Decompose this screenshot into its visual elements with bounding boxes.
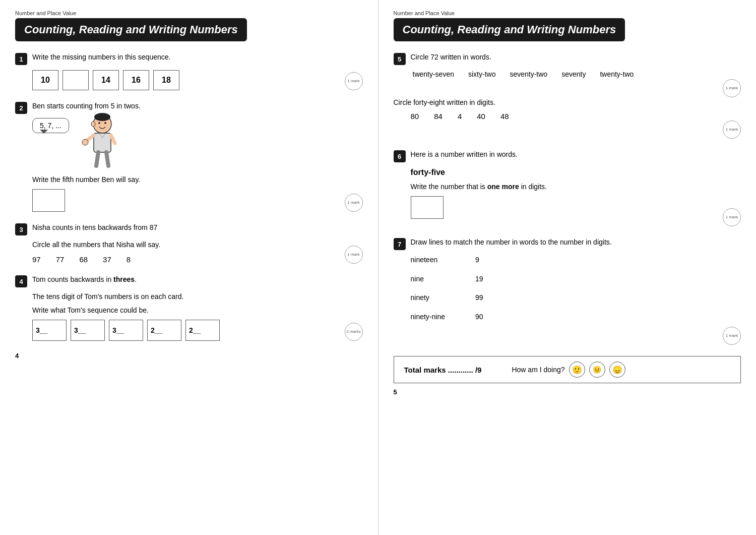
left-category: Number and Place Value xyxy=(15,10,363,16)
card-4[interactable]: 2__ xyxy=(147,320,181,341)
word-item-1: nineteen xyxy=(411,255,446,265)
q3-options: 97 77 68 37 8 xyxy=(32,255,363,264)
question-3: 3 Nisha counts in tens backwards from 87… xyxy=(15,223,363,264)
question-2: 2 Ben starts counting from 5 in twos. 5,… xyxy=(15,101,363,212)
seq-box-2[interactable] xyxy=(62,70,89,90)
question-4: 4 Tom counts backwards in threes. The te… xyxy=(15,275,363,341)
card-1[interactable]: 3__ xyxy=(32,320,67,341)
q3-text: Nisha counts in tens backwards from 87 xyxy=(32,223,363,233)
q1-number: 1 xyxy=(15,53,27,65)
q4-sub1: The tens digit of Tom's numbers is on ea… xyxy=(32,291,363,302)
card-3[interactable]: 3__ xyxy=(109,320,143,341)
speech-bubble: 5, 7, ... xyxy=(32,118,69,133)
svg-point-2 xyxy=(98,122,100,124)
svg-point-4 xyxy=(91,122,95,127)
q5-number: 5 xyxy=(394,53,406,65)
q6-word: forty-five xyxy=(411,166,741,179)
digit-opt-3: 4 xyxy=(458,112,462,121)
right-category: Number and Place Value xyxy=(394,10,741,16)
q1-text: Write the missing numbers in this sequen… xyxy=(32,52,363,63)
word-opt-5[interactable]: twenty-two xyxy=(598,69,636,79)
total-bar: Total marks ............ /9 How am I doi… xyxy=(394,356,741,383)
svg-line-10 xyxy=(106,152,108,166)
q1-mark-label: 1 mark xyxy=(347,79,359,84)
q5-text2: Circle forty-eight written in digits. xyxy=(394,97,741,108)
right-banner: Counting, Reading and Writing Numbers xyxy=(394,18,625,41)
q6-sub: Write the number that is one more in dig… xyxy=(411,182,741,192)
q3-sub: Circle all the numbers that Nisha will s… xyxy=(32,240,363,250)
q3-opt-5: 8 xyxy=(127,255,131,264)
q7-mark-circle: 1 mark xyxy=(723,327,741,345)
q3-opt-3: 68 xyxy=(79,255,88,264)
q2-text: Ben starts counting from 5 in twos. xyxy=(32,101,363,111)
digit-opt-5: 48 xyxy=(500,112,509,121)
svg-point-1 xyxy=(94,113,110,121)
total-label: Total marks ............ /9 xyxy=(404,366,482,374)
q4-cards: 3__ 3__ 3__ 2__ 2__ xyxy=(32,320,363,341)
q3-opt-1: 97 xyxy=(32,255,41,264)
q1-mark-circle: 1 mark xyxy=(345,72,363,90)
word-opt-2[interactable]: sixty-two xyxy=(466,69,497,79)
q7-match: nineteen nine ninety ninety-nine 9 19 99… xyxy=(411,255,741,322)
digit-opt-1: 80 xyxy=(411,112,419,121)
q5-mark1-label: 1 mark xyxy=(726,86,738,91)
left-page-num: 4 xyxy=(15,352,363,360)
q3-mark-label: 1 mark xyxy=(347,253,359,257)
q6-mark-circle: 1 mark xyxy=(723,208,741,226)
digit-item-3: 99 xyxy=(475,293,483,303)
card-2[interactable]: 3__ xyxy=(71,320,105,341)
svg-line-7 xyxy=(111,135,115,143)
seq-box-5: 18 xyxy=(153,70,179,90)
q4-mark-circle: 2 marks xyxy=(345,323,363,341)
q5-digits: 80 84 4 40 48 xyxy=(411,112,741,121)
card-5[interactable]: 2__ xyxy=(185,320,220,341)
face-happy[interactable]: 🙂 xyxy=(569,362,585,378)
q4-number: 4 xyxy=(15,275,27,287)
q6-text: Here is a number written in words. xyxy=(411,150,741,160)
face-sad[interactable]: 😞 xyxy=(609,362,625,378)
digit-item-1: 9 xyxy=(475,255,483,265)
face-neutral[interactable]: 😐 xyxy=(589,362,605,378)
word-opt-1[interactable]: twenty-seven xyxy=(411,69,456,79)
q3-mark-circle: 1 mark xyxy=(345,246,363,264)
question-5: 5 Circle 72 written in words. twenty-sev… xyxy=(394,52,741,139)
q4-text: Tom counts backwards in threes. xyxy=(32,275,363,285)
question-1: 1 Write the missing numbers in this sequ… xyxy=(15,52,363,90)
digits-col: 9 19 99 90 xyxy=(475,255,483,322)
q5-mark1-circle: 1 mark xyxy=(723,79,741,97)
q2-number: 2 xyxy=(15,102,27,114)
q1-sequence: 10 14 16 18 xyxy=(32,70,363,90)
q5-words: twenty-seven sixty-two seventy-two seven… xyxy=(411,69,741,79)
left-banner: Counting, Reading and Writing Numbers xyxy=(15,18,247,41)
q3-opt-4: 37 xyxy=(103,255,111,264)
seq-box-4: 16 xyxy=(123,70,149,90)
seq-box-1: 10 xyxy=(32,70,58,90)
q6-answer-box[interactable] xyxy=(411,196,444,219)
q4-mark-label: 2 marks xyxy=(346,330,360,334)
digit-opt-4: 40 xyxy=(477,112,485,121)
word-item-4: ninety-nine xyxy=(411,312,446,322)
digit-item-2: 19 xyxy=(475,274,483,284)
svg-point-8 xyxy=(82,139,88,145)
q2-sub: Write the fifth number Ben will say. xyxy=(32,174,363,185)
right-page-num: 5 xyxy=(394,388,741,396)
digit-item-4: 90 xyxy=(475,312,483,322)
word-opt-4[interactable]: seventy xyxy=(559,69,588,79)
svg-rect-5 xyxy=(94,133,111,152)
how-label: How am I doing? xyxy=(512,366,564,374)
q3-number: 3 xyxy=(15,223,27,235)
q7-text: Draw lines to match the number in words … xyxy=(411,237,741,248)
right-page: Number and Place Value Counting, Reading… xyxy=(379,0,757,535)
speech-text: 5, 7, ... xyxy=(40,122,61,130)
q2-mark-circle: 1 mark xyxy=(345,194,363,212)
words-col: nineteen nine ninety ninety-nine xyxy=(411,255,446,322)
q2-answer-box[interactable] xyxy=(32,189,65,212)
q4-sub2: Write what Tom's sequence could be. xyxy=(32,305,363,316)
q5-mark2-circle: 1 mark xyxy=(723,121,741,139)
digit-opt-2: 84 xyxy=(434,112,443,121)
q5-text1: Circle 72 written in words. xyxy=(411,52,741,63)
q7-mark-label: 1 mark xyxy=(726,334,738,338)
question-7: 7 Draw lines to match the number in word… xyxy=(394,237,741,345)
q6-mark-label: 1 mark xyxy=(726,215,738,220)
word-opt-3[interactable]: seventy-two xyxy=(508,69,549,79)
